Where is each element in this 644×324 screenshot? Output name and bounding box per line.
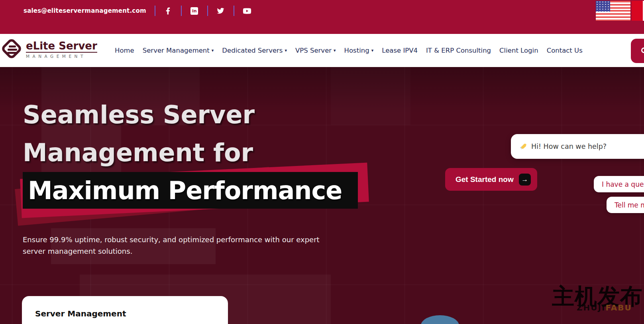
chat-quick-reply-question[interactable]: I have a ques	[594, 176, 644, 192]
chevron-down-icon: ▾	[334, 48, 336, 53]
divider	[207, 6, 208, 16]
nav-cta-button[interactable]	[631, 39, 644, 63]
nav-item-it-erp-consulting[interactable]: IT & ERP Consulting	[426, 47, 491, 54]
nav-item-server-management[interactable]: Server Management▾	[143, 47, 214, 54]
get-started-label: Get Started now	[456, 175, 514, 184]
hero-section: Seamless Server Management for Maximum P…	[0, 67, 644, 324]
linkedin-glyph: in	[190, 7, 198, 15]
divider	[155, 6, 155, 16]
service-card-title: Server Management	[35, 309, 228, 318]
us-flag-icon[interactable]	[596, 1, 630, 21]
logo-title: eLite Server	[26, 40, 97, 53]
chevron-down-icon: ▾	[371, 48, 374, 53]
top-bar: sales@eliteservermanagement.com in	[0, 0, 644, 34]
hero-heading: Seamless Server Management for	[23, 96, 255, 172]
us-flag-canton	[596, 1, 610, 12]
nav-item-lease-ipv4[interactable]: Lease IPV4	[382, 47, 418, 54]
nav-links: Home Server Management▾ Dedicated Server…	[115, 34, 583, 67]
hero-paragraph: Ensure 99.9% uptime, robust security, an…	[23, 234, 330, 257]
divider	[234, 6, 234, 16]
service-card: Server Management	[22, 296, 228, 324]
chat-greeting-text: Hi! How can we help?	[531, 142, 607, 150]
wave-emoji-icon	[520, 142, 528, 150]
facebook-icon[interactable]	[164, 6, 173, 15]
hero-heading-line2: Management for	[23, 134, 255, 172]
nav-item-hosting[interactable]: Hosting▾	[344, 47, 374, 54]
nav-item-dedicated-servers[interactable]: Dedicated Servers▾	[222, 47, 287, 54]
hero-highlight-box: Maximum Performance	[23, 172, 358, 209]
sales-email-link[interactable]: sales@eliteservermanagement.com	[24, 7, 146, 14]
site-logo[interactable]: eLite Server MANAGEMENT	[1, 38, 97, 61]
hero-heading-line1: Seamless Server	[23, 96, 255, 134]
logo-text: eLite Server MANAGEMENT	[26, 40, 97, 59]
hero-highlight-text: Maximum Performance	[28, 176, 342, 205]
chat-greeting-bubble: Hi! How can we help?	[511, 134, 644, 159]
server-logo-icon	[1, 38, 24, 61]
partial-flag-icon[interactable]	[632, 1, 644, 21]
nav-item-vps-server[interactable]: VPS Server▾	[295, 47, 336, 54]
chat-quick-reply-tell-me-more[interactable]: Tell me m	[607, 197, 644, 213]
nav-item-client-login[interactable]: Client Login	[499, 47, 538, 54]
twitter-icon[interactable]	[216, 6, 225, 15]
get-started-button[interactable]: Get Started now →	[445, 168, 537, 191]
divider	[181, 6, 182, 16]
linkedin-icon[interactable]: in	[190, 6, 199, 15]
nav-item-contact-us[interactable]: Contact Us	[547, 47, 583, 54]
circle-icon	[641, 47, 644, 53]
youtube-icon[interactable]	[243, 6, 251, 15]
chevron-down-icon: ▾	[285, 48, 287, 53]
logo-subtitle: MANAGEMENT	[26, 54, 97, 59]
chevron-down-icon: ▾	[212, 48, 214, 53]
arrow-right-icon: →	[519, 174, 531, 186]
nav-item-home[interactable]: Home	[115, 47, 134, 54]
